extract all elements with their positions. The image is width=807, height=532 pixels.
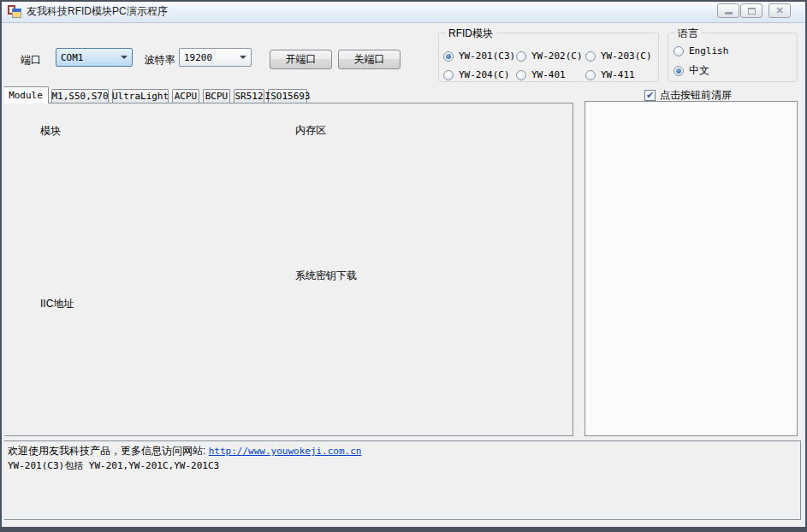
close-icon: ✕ <box>775 6 783 15</box>
radio-icon <box>673 66 684 76</box>
minimize-icon <box>725 12 733 15</box>
maximize-icon <box>748 8 756 15</box>
port-label: 端口 <box>21 53 41 68</box>
tab-ultralight[interactable]: UltraLight <box>112 89 169 103</box>
language-option-english[interactable]: English <box>673 45 728 56</box>
radio-icon <box>443 70 454 80</box>
port-combobox[interactable]: COM1 <box>56 48 133 67</box>
check-icon: ✔ <box>646 91 654 100</box>
maximize-button[interactable] <box>740 3 762 18</box>
tab-iso15693[interactable]: ISO15693 <box>268 89 307 103</box>
titlebar[interactable]: 友我科技RFID模块PC演示程序 ✕ <box>0 0 807 23</box>
memory-group-title: 内存区 <box>292 123 329 138</box>
window-controls: ✕ <box>717 3 792 18</box>
app-window: 友我科技RFID模块PC演示程序 ✕ 端口 COM1 波特率 19200 开端口… <box>0 0 807 532</box>
tab-acpu[interactable]: ACPU <box>172 89 199 103</box>
tab-m1s50s70[interactable]: M1,S50,S70 <box>51 89 109 103</box>
website-link[interactable]: http://www.youwokeji.com.cn <box>209 446 362 457</box>
tab-bcpu[interactable]: BCPU <box>203 89 230 103</box>
baud-label: 波特率 <box>145 53 175 68</box>
port-value: COM1 <box>56 52 84 63</box>
tab-sr512[interactable]: SR512 <box>234 89 264 103</box>
minimize-button[interactable] <box>717 3 739 18</box>
rfid-option-yw204c[interactable]: YW-204(C) <box>443 69 510 80</box>
rfid-group-title: RFID模块 <box>445 27 496 41</box>
welcome-text: 欢迎使用友我科技产品，更多信息访问网站: http://www.youwokej… <box>8 444 797 458</box>
rfid-option-yw401[interactable]: YW-401 <box>516 69 566 80</box>
rfid-option-yw201c3[interactable]: YW-201(C3) <box>443 50 515 62</box>
language-option-chinese[interactable]: 中文 <box>673 63 709 78</box>
app-icon <box>8 5 21 18</box>
module-group-title: 模块 <box>37 124 64 139</box>
model-info-text: YW-201(C3)包括 YW-201,YW-201C,YW-201C3 <box>8 458 797 473</box>
radio-icon <box>673 46 684 56</box>
window-title: 友我科技RFID模块PC演示程序 <box>27 4 168 19</box>
chevron-down-icon[interactable] <box>236 50 250 65</box>
status-panel: 欢迎使用友我科技产品，更多信息访问网站: http://www.youwokej… <box>3 440 801 520</box>
rfid-option-yw202c[interactable]: YW-202(C) <box>516 50 583 62</box>
language-group-title: 语言 <box>674 27 702 41</box>
chevron-down-icon[interactable] <box>117 50 131 65</box>
close-button[interactable]: ✕ <box>768 3 791 18</box>
baud-value: 19200 <box>180 52 212 63</box>
tab-module[interactable]: Module <box>3 86 49 103</box>
baud-combobox[interactable]: 19200 <box>179 48 252 67</box>
tab-page-module <box>2 103 573 436</box>
radio-icon <box>585 70 596 80</box>
radio-icon <box>516 70 526 80</box>
radio-icon <box>585 51 596 62</box>
open-port-button[interactable]: 开端口 <box>270 50 332 69</box>
key-group-title: 系统密钥下载 <box>292 269 360 283</box>
app-icon-front-window <box>12 9 21 18</box>
rfid-option-yw411[interactable]: YW-411 <box>585 69 635 80</box>
rfid-option-yw203c[interactable]: YW-203(C) <box>585 50 652 62</box>
close-port-button[interactable]: 关端口 <box>338 50 401 69</box>
radio-icon <box>516 51 526 62</box>
checkbox-icon: ✔ <box>644 90 656 101</box>
output-listbox[interactable] <box>584 101 798 436</box>
iic-group-title: IIC地址 <box>37 297 77 311</box>
welcome-prefix: 欢迎使用友我科技产品，更多信息访问网站: <box>8 445 209 457</box>
radio-icon <box>443 51 454 62</box>
